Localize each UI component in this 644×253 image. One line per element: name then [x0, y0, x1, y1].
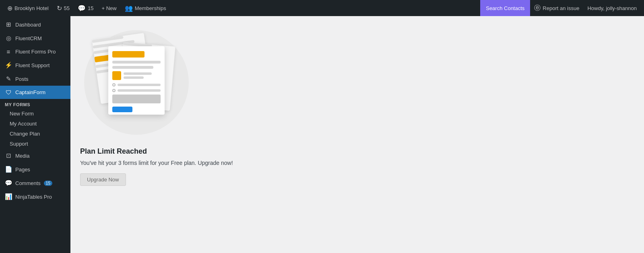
site-link[interactable]: ⊕ Brooklyn Hotel	[3, 0, 53, 16]
comments-count: 15	[88, 5, 93, 11]
plan-limit-illustration	[80, 24, 193, 141]
sidebar-label-captainform: CaptainForm	[15, 89, 45, 95]
top-bar: ⊕ Brooklyn Hotel ↻ 55 💬 15 + New 👥 Membe…	[0, 0, 644, 16]
sidebar-item-ninjatables[interactable]: 📊 NinjaTables Pro	[0, 190, 70, 204]
my-forms-section-title: My Forms	[0, 99, 70, 109]
ninjatables-icon: 📊	[5, 193, 12, 200]
sidebar-item-fluent-support[interactable]: ⚡ Fluent Support	[0, 58, 70, 72]
sidebar-label-fluent-support: Fluent Support	[15, 62, 50, 68]
memberships-link[interactable]: 👥 Memberships	[121, 0, 170, 16]
main-content: Plan Limit Reached You've hit your 3 for…	[70, 16, 644, 253]
dashboard-icon: ⊞	[5, 21, 12, 28]
new-content-button[interactable]: + New	[97, 0, 120, 16]
posts-icon: ✎	[5, 75, 12, 82]
updates-icon: ↻	[57, 4, 62, 12]
comments-icon: 💬	[78, 4, 86, 12]
comments-badge: 15	[44, 181, 52, 186]
plan-limit-description: You've hit your 3 forms limit for your F…	[80, 160, 233, 166]
report-issue-link[interactable]: ⓔ Report an issue	[530, 0, 583, 16]
sidebar-label-posts: Posts	[15, 76, 29, 82]
search-contacts-button[interactable]: Search Contacts	[480, 0, 530, 16]
site-name: Brooklyn Hotel	[14, 5, 49, 11]
sidebar-label-fluent-forms: Fluent Forms Pro	[15, 49, 56, 55]
sidebar-item-media[interactable]: ⊡ Media	[0, 149, 70, 162]
sidebar-item-fluentcrm[interactable]: ◎ FluentCRM	[0, 31, 70, 45]
updates-link[interactable]: ↻ 55	[53, 0, 74, 16]
sidebar-item-pages[interactable]: 📄 Pages	[0, 162, 70, 176]
sidebar-label-media: Media	[15, 153, 29, 159]
wordpress-icon: ⊕	[7, 4, 12, 12]
howdy-label: Howdy, jolly-shannon	[587, 5, 637, 11]
elementor-icon: ⓔ	[534, 4, 541, 12]
sidebar-item-posts[interactable]: ✎ Posts	[0, 72, 70, 86]
sidebar-item-dashboard[interactable]: ⊞ Dashboard	[0, 18, 70, 31]
memberships-icon: 👥	[125, 4, 133, 12]
new-content-label: + New	[101, 5, 116, 11]
upgrade-now-button[interactable]: Upgrade Now	[80, 173, 126, 186]
sidebar-sub-item-change-plan[interactable]: Change Plan	[0, 129, 70, 139]
sidebar-label-comments: Comments	[15, 180, 41, 186]
search-contacts-label: Search Contacts	[486, 5, 524, 11]
sidebar-sub-item-support[interactable]: Support	[0, 139, 70, 149]
media-icon: ⊡	[5, 152, 12, 159]
layout: ⊞ Dashboard ◎ FluentCRM ≡ Fluent Forms P…	[0, 16, 644, 253]
fluent-forms-icon: ≡	[5, 48, 12, 55]
fluentcrm-icon: ◎	[5, 35, 12, 42]
comments-link[interactable]: 💬 15	[74, 0, 97, 16]
updates-count: 55	[64, 5, 70, 11]
sidebar-item-captainform[interactable]: 🛡 CaptainForm	[0, 86, 70, 99]
sidebar-item-comments[interactable]: 💬 Comments 15	[0, 176, 70, 190]
captainform-icon: 🛡	[5, 89, 12, 96]
sidebar: ⊞ Dashboard ◎ FluentCRM ≡ Fluent Forms P…	[0, 16, 70, 253]
form-card-front	[108, 46, 165, 115]
report-issue-label: Report an issue	[543, 5, 579, 11]
sidebar-sub-item-new-form[interactable]: New Form	[0, 109, 70, 119]
memberships-label: Memberships	[135, 5, 166, 11]
sidebar-label-ninjatables: NinjaTables Pro	[15, 194, 52, 200]
sidebar-label-fluentcrm: FluentCRM	[15, 35, 42, 41]
fluent-support-icon: ⚡	[5, 62, 12, 69]
sidebar-sub-item-my-account[interactable]: My Account	[0, 119, 70, 129]
sidebar-item-fluent-forms-pro[interactable]: ≡ Fluent Forms Pro	[0, 45, 70, 58]
sidebar-label-dashboard: Dashboard	[15, 22, 41, 28]
plan-limit-title: Plan Limit Reached	[80, 147, 147, 156]
comments-sidebar-icon: 💬	[5, 179, 12, 187]
pages-icon: 📄	[5, 166, 12, 173]
howdy-menu[interactable]: Howdy, jolly-shannon	[583, 0, 641, 16]
sidebar-label-pages: Pages	[15, 167, 30, 173]
